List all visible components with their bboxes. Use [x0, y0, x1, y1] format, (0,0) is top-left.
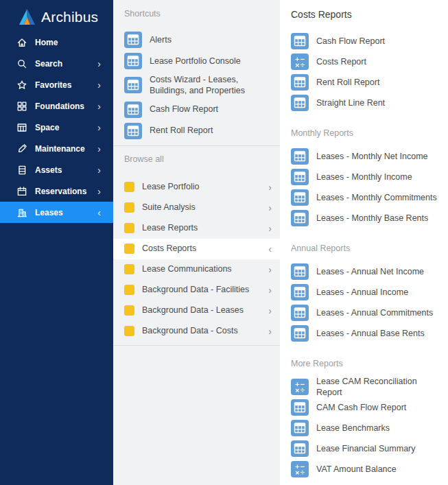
sidebar-item-reservations[interactable]: Reservations›	[0, 180, 113, 202]
sidebar-item-label: Search	[35, 59, 97, 69]
report-item-label: Leases - Annual Net Income	[316, 266, 424, 277]
shortcut-item-label: Rent Roll Report	[150, 125, 213, 136]
folder-icon	[124, 264, 134, 274]
report-item-leases-annual-income[interactable]: Leases - Annual Income	[280, 282, 448, 303]
chevron-right-icon: ›	[268, 285, 272, 295]
report-item-rent-roll-report[interactable]: Rent Roll Report	[280, 72, 448, 93]
chevron-right-icon: ›	[268, 203, 272, 213]
shortcut-item-label: Cash Flow Report	[150, 104, 218, 115]
report-item-label: Lease Financial Summary	[316, 443, 416, 454]
sidebar-item-search[interactable]: Search›	[0, 53, 113, 74]
shortcut-item-costs-wizard-leases-buildings-and-properties[interactable]: Costs Wizard - Leases, Buildings, and Pr…	[113, 73, 280, 98]
report-item-label: Rent Roll Report	[316, 77, 379, 88]
report-item-leases-monthly-commitments[interactable]: Leases - Monthly Commitments	[280, 187, 448, 208]
shortcut-item-rent-roll-report[interactable]: Rent Roll Report	[113, 121, 280, 141]
sidebar-item-foundations[interactable]: Foundations›	[0, 95, 113, 117]
report-item-leases-monthly-net-income[interactable]: Leases - Monthly Net Income	[280, 146, 448, 167]
chevron-right-icon: ›	[97, 80, 105, 90]
report-list: Leases - Annual Net IncomeLeases - Annua…	[280, 261, 448, 344]
table-report-icon	[291, 169, 309, 185]
browse-item-label: Costs Reports	[142, 243, 261, 254]
sidebar-item-label: Space	[35, 123, 97, 132]
report-item-cash-flow-report[interactable]: Cash Flow Report	[280, 31, 448, 51]
folder-icon	[124, 285, 134, 295]
brand-name: Archibus	[41, 9, 98, 25]
report-item-costs-report[interactable]: +−×÷Costs Report	[280, 51, 448, 72]
report-item-leases-annual-net-income[interactable]: Leases - Annual Net Income	[280, 261, 448, 282]
browse-item-label: Background Data - Facilities	[142, 284, 261, 295]
sidebar-item-space[interactable]: Space›	[0, 117, 113, 138]
table-report-icon	[291, 325, 309, 342]
sidebar-item-maintenance[interactable]: Maintenance›	[0, 138, 113, 159]
report-item-lease-cam-reconciliation-report[interactable]: +−×÷Lease CAM Reconciliation Report	[280, 377, 448, 397]
report-item-leases-annual-base-rents[interactable]: Leases - Annual Base Rents	[280, 323, 448, 344]
sidebar-item-label: Home	[35, 38, 105, 47]
table-report-icon	[291, 74, 309, 91]
report-section-header-annual-reports: Annual Reports	[280, 228, 448, 253]
table-report-icon	[291, 33, 309, 49]
browse-item-lease-communications[interactable]: Lease Communications›	[113, 259, 280, 280]
brand[interactable]: Archibus	[0, 0, 113, 27]
table-report-icon	[291, 399, 309, 416]
sidebar-nav: HomeSearch›Favorites›Foundations›Space›M…	[0, 32, 113, 223]
browse-item-costs-reports[interactable]: Costs Reports‹	[113, 239, 280, 259]
browse-item-lease-portfolio[interactable]: Lease Portfolio›	[113, 177, 280, 198]
report-item-label: Lease Benchmarks	[316, 423, 390, 434]
star-icon	[16, 79, 28, 91]
building-icon	[16, 206, 28, 218]
grid-icon	[16, 100, 28, 112]
chevron-right-icon: ›	[268, 327, 272, 336]
chevron-right-icon: ›	[268, 182, 272, 192]
calculator-icon: +−×÷	[291, 54, 309, 70]
main-sidebar: Archibus HomeSearch›Favorites›Foundation…	[0, 0, 113, 485]
chevron-right-icon: ›	[97, 186, 105, 196]
report-item-leases-monthly-income[interactable]: Leases - Monthly Income	[280, 167, 448, 187]
shortcut-item-lease-portfolio-console[interactable]: Lease Portfolio Console	[113, 51, 280, 71]
sidebar-item-label: Leases	[35, 208, 97, 217]
sidebar-item-home[interactable]: Home	[0, 32, 113, 53]
browse-item-suite-analysis[interactable]: Suite Analysis›	[113, 198, 280, 218]
shortcut-item-label: Costs Wizard - Leases, Buildings, and Pr…	[150, 74, 269, 97]
table-report-icon	[124, 32, 142, 48]
table-report-icon	[291, 210, 309, 226]
report-section-header-monthly-reports: Monthly Reports	[280, 113, 448, 138]
report-item-label: CAM Cash Flow Report	[316, 402, 406, 413]
reports-panel: Costs Reports Cash Flow Report+−×÷Costs …	[280, 0, 448, 485]
browse-item-background-data-facilities[interactable]: Background Data - Facilities›	[113, 280, 280, 300]
svg-text:×÷: ×÷	[294, 387, 305, 394]
svg-text:×÷: ×÷	[294, 469, 305, 476]
browse-item-lease-reports[interactable]: Lease Reports›	[113, 218, 280, 239]
home-icon	[16, 36, 28, 48]
chevron-right-icon: ›	[268, 306, 272, 316]
sidebar-item-label: Reservations	[35, 187, 97, 196]
chevron-right-icon: ›	[97, 122, 105, 132]
browse-item-background-data-leases[interactable]: Background Data - Leases›	[113, 300, 280, 321]
sidebar-item-label: Assets	[35, 165, 97, 175]
folder-icon	[124, 244, 134, 254]
report-item-label: Costs Report	[316, 56, 366, 67]
table-report-icon	[291, 420, 309, 436]
table-report-icon	[291, 284, 309, 300]
report-item-straight-line-rent[interactable]: Straight Line Rent	[280, 93, 448, 113]
report-item-lease-benchmarks[interactable]: Lease Benchmarks	[280, 418, 448, 438]
sidebar-item-leases[interactable]: Leases‹	[0, 202, 113, 223]
chevron-right-icon: ›	[268, 265, 272, 274]
report-sections: Cash Flow Report+−×÷Costs ReportRent Rol…	[280, 31, 448, 480]
report-list: +−×÷Lease CAM Reconciliation ReportCAM C…	[280, 377, 448, 480]
shortcut-item-alerts[interactable]: Alerts	[113, 30, 280, 49]
report-item-leases-annual-commitments[interactable]: Leases - Annual Commitments	[280, 303, 448, 323]
report-item-cam-cash-flow-report[interactable]: CAM Cash Flow Report	[280, 397, 448, 418]
browse-item-label: Background Data - Costs	[142, 325, 261, 336]
report-item-vat-amount-balance[interactable]: +−×÷VAT Amount Balance	[280, 459, 448, 480]
sidebar-item-assets[interactable]: Assets›	[0, 159, 113, 180]
sidebar-item-favorites[interactable]: Favorites›	[0, 74, 113, 95]
sidebar-item-label: Foundations	[35, 102, 97, 111]
browse-item-background-data-costs[interactable]: Background Data - Costs›	[113, 321, 280, 342]
browse-item-label: Lease Portfolio	[142, 181, 261, 192]
sidebar-item-label: Maintenance	[35, 144, 97, 154]
shortcut-item-cash-flow-report[interactable]: Cash Flow Report	[113, 100, 280, 119]
table-report-icon	[291, 305, 309, 321]
report-item-lease-financial-summary[interactable]: Lease Financial Summary	[280, 438, 448, 459]
folder-icon	[124, 182, 134, 192]
report-item-leases-monthly-base-rents[interactable]: Leases - Monthly Base Rents	[280, 208, 448, 228]
